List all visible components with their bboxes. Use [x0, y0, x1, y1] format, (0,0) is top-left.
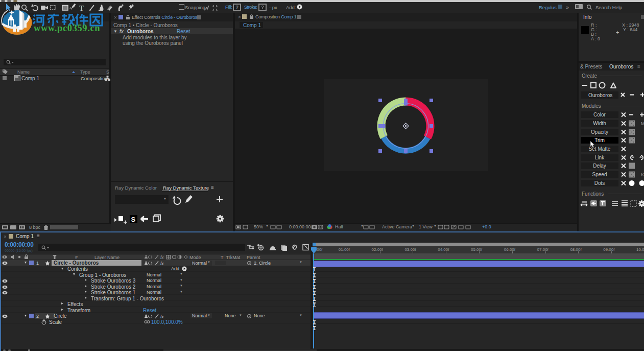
svg-text:S: S [131, 216, 136, 223]
svg-text:K: K [641, 172, 644, 177]
svg-text:T: T [79, 4, 84, 12]
svg-text:M: M [641, 121, 644, 126]
svg-text:fx: fx [160, 314, 164, 319]
svg-text:fx: fx [160, 255, 164, 260]
svg-text:fx: fx [160, 261, 164, 266]
